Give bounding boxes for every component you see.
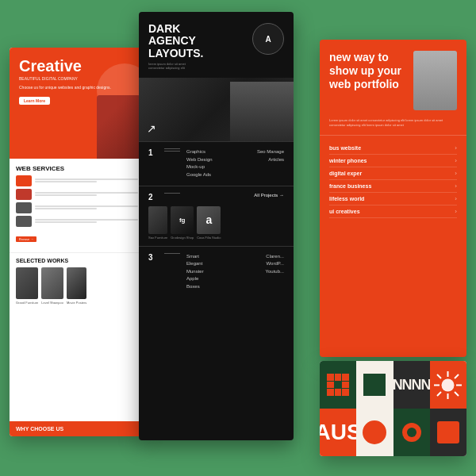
works-grid: Grand Furniture Level Shampoo Movie Post… bbox=[16, 267, 138, 305]
service-line bbox=[35, 178, 138, 180]
service-item-2 bbox=[16, 189, 138, 200]
list-item-text-1: bus website bbox=[329, 145, 361, 151]
list-item-winter-phones[interactable]: winter phones › bbox=[329, 155, 457, 167]
project-3: a Casa Filia Studio bbox=[197, 206, 221, 240]
section-right-3: Claren... WordP... Youtub... bbox=[266, 253, 284, 276]
service-line bbox=[35, 205, 138, 207]
item-wordp: WordP... bbox=[266, 260, 284, 268]
all-projects-link[interactable]: All Projects → bbox=[254, 193, 284, 198]
svg-line-5 bbox=[437, 374, 441, 378]
service-seomanage: Seo Manage bbox=[257, 148, 284, 156]
list-item-bus-website[interactable]: bus website › bbox=[329, 142, 457, 155]
service-lines-1 bbox=[35, 178, 138, 183]
service-line bbox=[35, 192, 138, 194]
list-item-france-business[interactable]: france business › bbox=[329, 180, 457, 193]
list-item-text-5: lifeless world bbox=[329, 196, 364, 202]
work-thumb-3[interactable] bbox=[67, 267, 86, 299]
project-1: Sao Furniture bbox=[148, 206, 167, 240]
dark-agency-title: DARK AGENCY LAYOUTS. bbox=[148, 23, 204, 60]
list-item-text-3: digital exper bbox=[329, 171, 362, 176]
portfolio-header: new way to show up your web portfolio bbox=[320, 40, 466, 118]
item-elegant: Elegant bbox=[186, 260, 259, 268]
service-item-3 bbox=[16, 202, 138, 213]
a-text: a bbox=[197, 206, 221, 234]
geo-cell-3: NNNN bbox=[393, 361, 430, 409]
geo-n-text: NNNN bbox=[393, 377, 430, 393]
project-label-1: Sao Furniture bbox=[148, 236, 167, 240]
arrow-icon-6: › bbox=[455, 208, 457, 215]
hero-dark-person bbox=[230, 82, 294, 141]
works-title: SELECTED WORKS bbox=[16, 258, 138, 263]
geo-circle-red bbox=[363, 420, 386, 444]
dark-section-3: 3 Smart Elegant Munster Apple Boxes Clar… bbox=[139, 246, 294, 298]
card-portfolio: new way to show up your web portfolio Lo… bbox=[320, 40, 466, 357]
work-item-1: Grand Furniture bbox=[16, 267, 38, 305]
arrow-icon-3: › bbox=[455, 170, 457, 177]
geo-cell-8 bbox=[430, 409, 466, 456]
list-item-text-6: ui creatives bbox=[329, 209, 360, 214]
project-thumb-3[interactable]: a bbox=[197, 206, 221, 234]
service-icon-1 bbox=[16, 175, 32, 186]
work-label-2: Level Shampoo bbox=[41, 301, 63, 305]
work-label-1: Grand Furniture bbox=[16, 301, 38, 305]
arrow-icon-1: › bbox=[455, 144, 457, 152]
work-thumb-1[interactable] bbox=[16, 267, 38, 299]
section-divider-2 bbox=[164, 193, 180, 195]
portfolio-list: bus website › winter phones › digital ex… bbox=[320, 135, 466, 225]
list-item-ui-creatives[interactable]: ui creatives › bbox=[329, 205, 457, 218]
svg-point-0 bbox=[442, 378, 455, 391]
section-line bbox=[164, 151, 180, 152]
card-creative-agency: Creative BEAUTIFUL DIGITAL COMPANY Choos… bbox=[10, 48, 144, 436]
card-geometric: NNNN AUS bbox=[320, 361, 466, 456]
leaf-icon bbox=[400, 420, 424, 444]
section-num-2: 2 bbox=[148, 193, 158, 202]
geo-cell-6 bbox=[356, 409, 393, 456]
geo-cell-5: AUS bbox=[320, 409, 356, 456]
svg-line-7 bbox=[455, 374, 459, 378]
arrow-icon: ↗ bbox=[147, 122, 156, 135]
dark-tagline: lorem ipsum dolor sit ametconsectetur ad… bbox=[148, 62, 204, 70]
dark-header: DARK AGENCY LAYOUTS. lorem ipsum dolor s… bbox=[139, 12, 294, 78]
section-divider-3 bbox=[164, 253, 180, 255]
section-line bbox=[164, 148, 180, 149]
item-boxes: Boxes bbox=[186, 283, 259, 291]
service-googleads: Google Ads bbox=[186, 171, 251, 179]
service-webdesign: Web Design bbox=[186, 156, 251, 164]
geo-cell-4 bbox=[430, 361, 466, 409]
services-section: WEB SERVICES bbox=[10, 159, 144, 252]
sunburst-icon bbox=[434, 371, 462, 399]
card-left-hero: Creative BEAUTIFUL DIGITAL COMPANY Choos… bbox=[10, 48, 144, 159]
arrow-icon-4: › bbox=[455, 182, 457, 190]
card-dark-agency: DARK AGENCY LAYOUTS. lorem ipsum dolor s… bbox=[139, 12, 294, 440]
arrow-icon-5: › bbox=[455, 195, 457, 202]
svg-line-6 bbox=[455, 392, 459, 396]
section-num-1: 1 bbox=[148, 148, 158, 157]
project-thumb-1[interactable] bbox=[148, 206, 167, 234]
service-icon-2 bbox=[16, 189, 32, 200]
geo-cell-2 bbox=[356, 361, 393, 409]
service-icon-3 bbox=[16, 202, 32, 213]
person-silhouette bbox=[97, 95, 140, 159]
service-item-4 bbox=[16, 216, 138, 227]
service-cta-btn[interactable]: Browse → bbox=[16, 236, 36, 242]
dark-hero-image: ↗ bbox=[139, 78, 294, 141]
service-mockup: Mock-up bbox=[186, 163, 251, 171]
project-thumb-2[interactable]: fg bbox=[171, 206, 194, 234]
service-lines-2 bbox=[35, 192, 138, 197]
svg-point-10 bbox=[407, 428, 416, 437]
list-item-digital-exper[interactable]: digital exper › bbox=[329, 167, 457, 180]
geo-grid: NNNN AUS bbox=[320, 361, 466, 456]
service-line-short bbox=[35, 181, 97, 182]
creative-btn[interactable]: Learn More bbox=[19, 97, 50, 105]
agency-logo: A bbox=[252, 23, 284, 55]
section-num-3: 3 bbox=[148, 253, 158, 262]
project-label-2: Grodesign Shop bbox=[171, 236, 194, 240]
item-munster: Munster bbox=[186, 268, 259, 276]
item-claren: Claren... bbox=[266, 253, 284, 261]
service-graphics: Graphics bbox=[186, 148, 251, 156]
section-line bbox=[164, 193, 180, 194]
work-thumb-2[interactable] bbox=[41, 267, 63, 299]
section-row-1: 1 Graphics Web Design Mock-up Google Ads… bbox=[148, 148, 284, 178]
hero-person bbox=[97, 95, 140, 159]
list-item-lifeless-world[interactable]: lifeless world › bbox=[329, 193, 457, 205]
